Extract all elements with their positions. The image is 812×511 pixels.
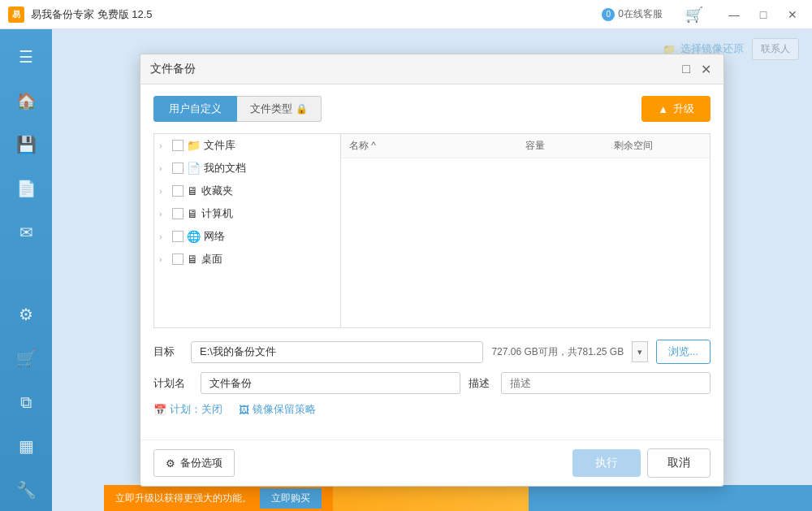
desc-input[interactable] — [501, 372, 710, 394]
mirror-label: 镜像保留策略 — [253, 402, 316, 417]
window-close-button[interactable]: ✕ — [781, 6, 804, 24]
options-row: 📅 计划：关闭 🖼 镜像保留策略 — [153, 402, 710, 417]
sidebar-item-apps[interactable]: ▦ — [3, 425, 49, 467]
schedule-label: 计划：关闭 — [170, 402, 222, 417]
copy-icon: ⧉ — [20, 393, 32, 412]
minimize-button[interactable]: — — [723, 6, 745, 24]
tree-computer-icon: 🖥 — [187, 207, 198, 220]
sidebar: ☰ 🏠 💾 📄 ✉ ⚙ 🛒 ⧉ ▦ 🔧 — [0, 29, 52, 511]
sidebar-item-cart[interactable]: 🛒 — [3, 337, 49, 379]
menu-icon: ☰ — [19, 47, 33, 67]
tree-checkbox-library[interactable] — [172, 140, 184, 151]
tools-icon: 🔧 — [16, 480, 37, 500]
tree-label-favorites: 收藏夹 — [201, 184, 233, 198]
detail-header-free-space: 剩余空间 — [614, 139, 702, 153]
desc-label: 描述 — [469, 376, 493, 391]
tree-folder-icon-favorites: 🖥 — [187, 184, 198, 197]
online-service-icon: 0 — [602, 8, 615, 21]
restore-icon: 📄 — [16, 179, 37, 198]
bottom-bar-left: 立即升级以获得更强大的功能。 立即购买 — [104, 485, 333, 511]
tree-folder-icon-library: 📁 — [187, 139, 201, 152]
plan-name-input[interactable] — [201, 372, 460, 394]
backup-icon: 💾 — [16, 135, 37, 154]
online-service-label: 0在线客服 — [618, 7, 663, 21]
sidebar-item-tools[interactable]: 🔧 — [3, 469, 49, 511]
sidebar-item-mail[interactable]: ✉ — [3, 211, 49, 253]
online-service[interactable]: 0 0在线客服 — [602, 7, 663, 21]
tree-label-library: 文件库 — [204, 138, 235, 153]
schedule-link[interactable]: 📅 计划：关闭 — [153, 402, 222, 417]
app-title: 易我备份专家 免费版 12.5 — [31, 7, 602, 22]
sidebar-item-home[interactable]: 🏠 — [3, 80, 49, 122]
maximize-button[interactable]: □ — [752, 6, 775, 24]
tree-checkbox-documents[interactable] — [172, 162, 184, 174]
home-icon: 🏠 — [16, 91, 37, 110]
target-space-info: 727.06 GB可用，共781.25 GB — [491, 345, 624, 359]
tree-arrow-library: › — [159, 141, 169, 150]
tree-desktop-icon: 🖥 — [187, 253, 198, 266]
tree-arrow-documents: › — [159, 163, 169, 173]
tree-checkbox-computer[interactable] — [172, 208, 184, 219]
schedule-icon: 📅 — [153, 404, 166, 416]
content-area: 📁 选择镜像还原 联系人 文件备份 □ ✕ 用户自定义 — [52, 29, 812, 511]
sidebar-item-copy[interactable]: ⧉ — [3, 381, 49, 423]
dialog-body: 用户自定义 文件类型 🔒 ▲ 升级 › — [140, 84, 723, 440]
upgrade-button[interactable]: ▲ 升级 — [641, 96, 710, 122]
tree-checkbox-favorites[interactable] — [172, 185, 184, 197]
file-backup-dialog: 文件备份 □ ✕ 用户自定义 文件类型 🔒 ▲ 升级 — [140, 54, 724, 487]
dialog-close-button[interactable]: ✕ — [698, 61, 714, 77]
detail-header: 名称 ^ 容量 剩余空间 — [341, 134, 710, 158]
target-row: 目标 727.06 GB可用，共781.25 GB ▾ 浏览... — [153, 340, 710, 364]
file-detail: 名称 ^ 容量 剩余空间 — [341, 134, 710, 327]
backup-options-label: 备份选项 — [180, 456, 222, 470]
tree-item-computer[interactable]: › 🖥 计算机 — [154, 202, 340, 225]
tree-arrow-favorites: › — [159, 186, 169, 196]
tree-network-icon: 🌐 — [187, 230, 201, 243]
tree-file-icon-documents: 📄 — [187, 162, 201, 175]
mirror-icon: 🖼 — [239, 404, 249, 416]
target-label: 目标 — [153, 344, 183, 359]
sidebar-cart-icon: 🛒 — [16, 349, 37, 368]
dialog-title: 文件备份 — [150, 62, 678, 76]
tab-bar: 用户自定义 文件类型 🔒 ▲ 升级 — [153, 96, 710, 122]
tree-checkbox-desktop[interactable] — [172, 253, 184, 265]
tree-item-library[interactable]: › 📁 文件库 — [154, 134, 340, 157]
tab-file-type-label: 文件类型 — [250, 102, 292, 116]
tree-label-network: 网络 — [204, 229, 225, 244]
tab-file-type[interactable]: 文件类型 🔒 — [237, 96, 322, 122]
tab-user-custom[interactable]: 用户自定义 — [153, 96, 237, 122]
target-dropdown[interactable]: ▾ — [632, 341, 648, 362]
backup-options-button[interactable]: ⚙ 备份选项 — [153, 449, 235, 477]
browse-button[interactable]: 浏览... — [656, 340, 710, 364]
file-tree: › 📁 文件库 › 📄 我的文档 › — [154, 134, 341, 327]
file-panel: › 📁 文件库 › 📄 我的文档 › — [153, 133, 710, 328]
dialog-minimize-button[interactable]: □ — [678, 61, 694, 77]
settings-icon: ⚙ — [19, 305, 33, 324]
cart-icon[interactable]: 🛒 — [685, 6, 703, 24]
dialog-titlebar: 文件备份 □ ✕ — [140, 54, 723, 84]
tree-checkbox-network[interactable] — [172, 231, 184, 242]
tree-arrow-computer: › — [159, 209, 169, 219]
execute-button[interactable]: 执行 — [572, 449, 641, 477]
title-bar: 易 易我备份专家 免费版 12.5 0 0在线客服 🛒 — □ ✕ — [0, 0, 812, 29]
target-path-input[interactable] — [191, 341, 483, 363]
sidebar-item-backup[interactable]: 💾 — [3, 123, 49, 166]
sidebar-item-menu[interactable]: ☰ — [3, 36, 49, 78]
plan-row: 计划名 描述 — [153, 372, 710, 394]
gear-icon: ⚙ — [166, 457, 175, 470]
app-logo: 易 — [8, 6, 24, 23]
detail-header-name: 名称 ^ — [349, 139, 525, 153]
tree-item-favorites[interactable]: › 🖥 收藏夹 — [154, 180, 340, 202]
tree-item-network[interactable]: › 🌐 网络 — [154, 225, 340, 248]
sidebar-item-restore[interactable]: 📄 — [3, 167, 49, 210]
mirror-policy-link[interactable]: 🖼 镜像保留策略 — [239, 402, 316, 417]
tree-item-desktop[interactable]: › 🖥 桌面 — [154, 248, 340, 271]
tree-label-documents: 我的文档 — [204, 161, 246, 175]
cancel-button[interactable]: 取消 — [647, 448, 710, 478]
tree-item-documents[interactable]: › 📄 我的文档 — [154, 157, 340, 180]
bottom-bar-text: 立即升级以获得更强大的功能。 — [115, 492, 252, 505]
detail-header-capacity: 容量 — [525, 139, 614, 153]
lock-icon: 🔒 — [296, 103, 308, 115]
sidebar-item-settings[interactable]: ⚙ — [3, 293, 49, 336]
buy-now-button[interactable]: 立即购买 — [260, 488, 322, 509]
